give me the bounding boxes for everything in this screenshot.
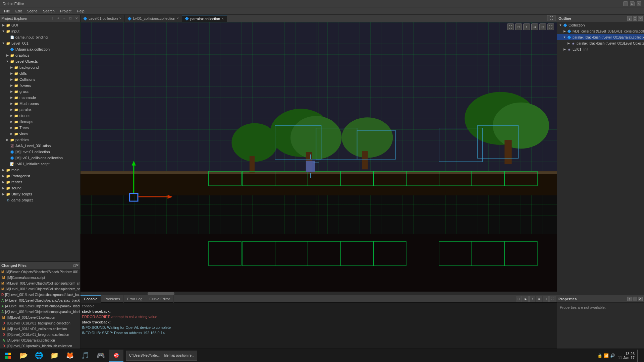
taskbar-app-filemanager[interactable]: 📁 (47, 350, 62, 362)
cf-btn-2[interactable]: ✕ (76, 263, 79, 267)
tree-item-tilemaps[interactable]: ▶ 📁 tilemaps (0, 119, 80, 125)
menu-file[interactable]: File (1, 8, 13, 14)
tree-item-graphics[interactable]: ▶ 📁 graphics (0, 52, 80, 58)
pe-btn-1[interactable]: ↕ (50, 16, 55, 21)
changed-item-3[interactable]: M[M]Level_001/Level Objects/Collisions/p… (0, 286, 80, 292)
changed-item-0[interactable]: M[M]Bleach Objects/Bleached/Bleach Platf… (0, 269, 80, 275)
tree-item-utility[interactable]: ▶ 📁 Utility scripts (0, 191, 80, 197)
changed-item-8[interactable]: M[M]Level_001/Level01.collection (0, 315, 80, 320)
changed-item-13[interactable]: D[D]Level_001/parralax_blackbush.collect… (0, 343, 80, 349)
tree-item-lvl01-init[interactable]: 📝 Lvl01_Initialize.script (0, 161, 80, 167)
maximize-editor-btn[interactable]: ⛶ (547, 15, 555, 21)
tree-item-mushrooms[interactable]: ▶ 📁 Mushrooms (0, 101, 80, 107)
tree-item-grass[interactable]: ▶ 📁 grass (0, 88, 80, 95)
taskbar-window-item[interactable]: C:\Users\Neo\Vide... Tilemap position re… (126, 351, 197, 361)
tree-item-manmade[interactable]: ▶ 📁 manmade (0, 95, 80, 101)
outline-btn-1[interactable]: ↕ (627, 16, 632, 21)
tab-curve-editor[interactable]: Curve Editor (146, 295, 174, 303)
tree-item-particles[interactable]: ▶ 📁 particles (0, 137, 80, 143)
bottom-btn-1[interactable]: ⊡ (516, 296, 522, 302)
vp-btn-4[interactable]: ⇔ (531, 23, 538, 30)
viewport-hscrollbar[interactable] (80, 292, 557, 295)
minimize-button[interactable]: ─ (623, 1, 628, 6)
pe-btn-4[interactable]: □ (68, 16, 73, 21)
start-button[interactable] (1, 350, 15, 362)
vp-btn-5[interactable]: ⊡ (539, 23, 546, 30)
changed-item-6[interactable]: A[A]Level_001/Level Objects/tilemaps/par… (0, 303, 80, 309)
changed-item-4[interactable]: D[D]Level_001/Level Objects/background/b… (0, 292, 80, 298)
changed-item-10[interactable]: M[M]Level_001/Lvl01_collisions.collectio… (0, 326, 80, 332)
tab-problems[interactable]: Problems (101, 295, 123, 303)
bottom-btn-2[interactable]: ▶ (523, 296, 529, 302)
tree-item-lvl01-coll[interactable]: 🔷 [M]Lvl01_collisions.collection (0, 155, 80, 161)
tab-parralax-collection[interactable]: 🔷 parralax.collection ✕ (182, 15, 227, 22)
bottom-btn-3[interactable]: ↕ (529, 296, 535, 302)
taskbar-app-steam[interactable]: 🎮 (93, 350, 108, 362)
taskbar-app-media[interactable]: 🎵 (78, 350, 93, 362)
taskbar-app-firefox[interactable]: 🦊 (62, 350, 77, 362)
changed-item-5[interactable]: A[A]Level_001/Level Objects/paralax/para… (0, 298, 80, 303)
show-desktop-btn[interactable] (637, 350, 640, 362)
tree-item-render[interactable]: ▶ 📁 render (0, 179, 80, 185)
bottom-btn-5[interactable]: □ (543, 296, 549, 302)
tree-item-trees[interactable]: ▶ 📁 Trees (0, 125, 80, 131)
tree-item-cliffs[interactable]: ▶ 📁 cliffs (0, 70, 80, 76)
tree-item-paralax-col[interactable]: 🔷 [A]parralax.collection (0, 46, 80, 52)
tree-item-level-objects[interactable]: ▼ 📁 Level Objects (0, 58, 80, 64)
outline-item-paralax-bb-sub[interactable]: ▶ ◈ paralax_blackbush (/Level_001/Level … (557, 40, 644, 46)
tree-item-vines[interactable]: ▶ 📁 vines (0, 131, 80, 137)
bottom-btn-4[interactable]: ⇔ (536, 296, 542, 302)
outline-item-lvl01-coll[interactable]: ▶ 🔷 lvl01_collisions (/Level_001/Lvl01_c… (557, 28, 644, 34)
tree-item-paralax[interactable]: ▶ 📁 paralax (0, 107, 80, 113)
changed-item-1[interactable]: M[M]Camera/camera.script (0, 275, 80, 281)
outline-btn-2[interactable]: □ (633, 16, 637, 21)
taskbar-app-edge[interactable]: 🌐 (32, 350, 46, 362)
changed-item-12[interactable]: A[A]Level_001/parralax.collection (0, 338, 80, 343)
pe-btn-2[interactable]: + (56, 16, 61, 21)
props-btn-2[interactable]: □ (633, 297, 637, 301)
tree-item-main[interactable]: ▶ 📁 main (0, 167, 80, 173)
tab-close-1[interactable]: ✕ (176, 17, 179, 20)
menu-edit[interactable]: Edit (13, 8, 24, 14)
tab-close-0[interactable]: ✕ (119, 17, 122, 20)
pe-btn-3[interactable]: − (62, 16, 67, 21)
tab-error-log[interactable]: Error Log (124, 295, 146, 303)
menu-search[interactable]: Search (40, 8, 57, 14)
tab-level01-collection[interactable]: 🔷 Level01.collection ✕ (80, 15, 125, 22)
changed-item-2[interactable]: M[M]Level_001/Level Objects/Collisions/p… (0, 281, 80, 286)
tree-item-background[interactable]: ▶ 📁 background (0, 64, 80, 70)
menu-help[interactable]: Help (74, 8, 87, 14)
props-btn-1[interactable]: ↕ (627, 297, 632, 301)
viewport[interactable]: ⛶ □ ↕ ⇔ ⊡ ⛶ (80, 22, 557, 292)
tab-close-2[interactable]: ✕ (221, 17, 224, 20)
tree-item-level001[interactable]: ▼ 📁 Level_001 (0, 40, 80, 46)
tree-item-collisions[interactable]: ▶ 📁 Collisions (0, 76, 80, 82)
taskbar-app-explorer[interactable]: 📂 (16, 350, 31, 362)
tree-item-input[interactable]: ▼ 📁 input (0, 28, 80, 34)
vp-btn-max[interactable]: ⛶ (547, 23, 554, 30)
tree-item-gui[interactable]: ▶ 📁 GUI (0, 22, 80, 28)
bottom-btn-max[interactable]: ⛶ (549, 296, 555, 302)
taskbar-app-defold[interactable]: 🎯 (109, 350, 123, 362)
tree-item-protagonist[interactable]: ▶ 📁 Protagonist (0, 173, 80, 179)
menu-project[interactable]: Project (57, 8, 74, 14)
maximize-button[interactable]: □ (630, 1, 635, 6)
tab-lvl01-collisions[interactable]: 🔷 Lvl01_collisions.collection ✕ (125, 15, 182, 22)
tab-console[interactable]: Console (80, 295, 101, 303)
vp-btn-2[interactable]: □ (515, 23, 522, 30)
cf-btn-1[interactable]: □ (73, 263, 76, 267)
vp-btn-1[interactable]: ⛶ (507, 23, 514, 30)
close-button[interactable]: ✕ (637, 1, 641, 6)
outline-item-collection[interactable]: ▼ 🔷 Collection (557, 22, 644, 28)
changed-item-9[interactable]: D[D]Level_001/Lvl01_background.collectio… (0, 320, 80, 326)
changed-item-11[interactable]: D[D]Level_001/Lvl01_foreground.collectio… (0, 332, 80, 338)
menu-scene[interactable]: Scene (24, 8, 40, 14)
vp-btn-3[interactable]: ↕ (523, 23, 530, 30)
outline-close-btn[interactable]: ✕ (638, 16, 643, 21)
tree-item-flowers[interactable]: ▶ 📁 flowers (0, 82, 80, 88)
tree-item-game-project[interactable]: ⚙ game.project (0, 197, 80, 203)
tree-item-stones[interactable]: ▶ 📁 stones (0, 113, 80, 119)
tree-item-game-input[interactable]: 📄 game.input_binding (0, 34, 80, 40)
changed-item-7[interactable]: A[A]Level_001/Level Objects/tilemaps/par… (0, 309, 80, 315)
props-close-btn[interactable]: ✕ (638, 297, 643, 301)
